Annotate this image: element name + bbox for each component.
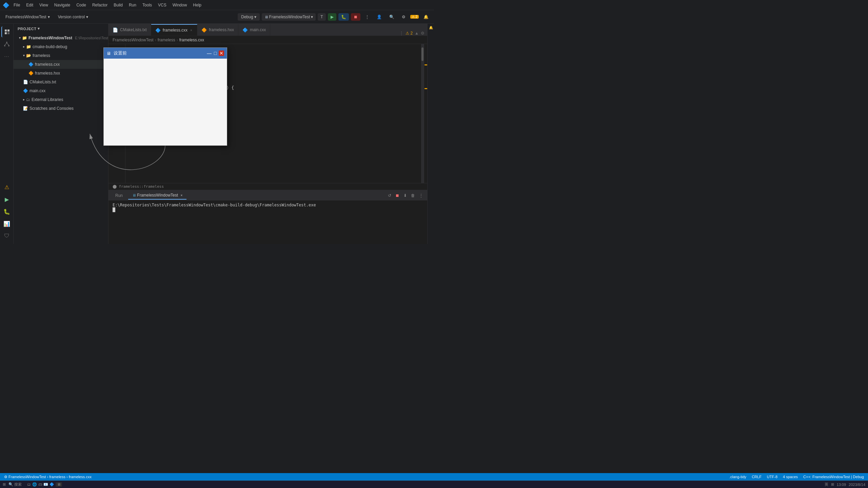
debug-config-selector[interactable]: Debug ▾: [238, 13, 259, 21]
activity-debug-icon[interactable]: 🐛: [1, 206, 12, 217]
activity-structure-icon[interactable]: [1, 39, 12, 49]
tab-frameless-cxx[interactable]: 🔷 frameless.cxx ×: [151, 24, 197, 36]
menu-tools[interactable]: Tools: [140, 2, 155, 8]
tree-scratches[interactable]: 📝 Scratches and Consoles: [14, 104, 108, 113]
scratch-icon: 📝: [23, 105, 28, 112]
tab-more-icon[interactable]: ⋮: [399, 31, 403, 36]
tree-main-cxx-label: main.cxx: [29, 87, 45, 95]
file-icon-cxx: 🔷: [28, 61, 34, 68]
tree-frameless-hxx-label: frameless.hxx: [35, 69, 60, 77]
menu-build[interactable]: Build: [111, 2, 125, 8]
close-tab-frameless-cxx[interactable]: ×: [190, 28, 193, 33]
tree-frameless-cxx[interactable]: 🔷 frameless.cxx: [14, 60, 108, 69]
bc-folder[interactable]: frameless: [158, 38, 175, 42]
activity-problems-icon[interactable]: ⚠: [1, 182, 12, 192]
terminal-command: E:\Repositories\Tests\FramelessWindowTes…: [113, 203, 316, 207]
file-icon-main: 🔷: [23, 87, 28, 95]
activity-profile-icon[interactable]: 📊: [1, 218, 12, 229]
terminal-tabs: Run 🖥 FramelessWindowTest × ↺ ⏹ ⬇ 🗑 ⋮: [108, 190, 427, 201]
tab-cmakelists[interactable]: 📄 CMakeLists.txt: [108, 24, 151, 36]
format-button[interactable]: T: [318, 13, 326, 21]
menu-navigate[interactable]: Navigate: [52, 2, 73, 8]
function-indicator: ⬤ frameless::frameless: [108, 183, 427, 190]
scroll-end-button[interactable]: ⬇: [402, 192, 408, 199]
close-terminal-tab[interactable]: ×: [180, 194, 182, 197]
notifications-button[interactable]: 🔔: [421, 13, 431, 21]
run-config-icon: 🖥: [264, 15, 268, 19]
search-button[interactable]: 🔍: [387, 13, 397, 21]
right-sidebar: 🔔: [427, 24, 434, 244]
notifications-icon[interactable]: ⚠ 2: [406, 31, 413, 36]
settings-tab-icon[interactable]: ⚙: [421, 31, 425, 36]
menu-file[interactable]: File: [11, 2, 23, 8]
activity-bottom: ⚠ ▶ 🐛 📊 🛡: [1, 182, 12, 244]
tree-root-path: E:\Repositories\Tests\Fra: [75, 34, 108, 42]
run-config-selector[interactable]: 🖥 FramelessWindowTest ▾: [262, 13, 316, 21]
floating-window-controls: — □ ✕: [206, 50, 224, 56]
terminal-command-line: E:\Repositories\Tests\FramelessWindowTes…: [113, 203, 423, 207]
editor-scrollbar[interactable]: [421, 44, 424, 183]
menu-edit[interactable]: Edit: [23, 2, 36, 8]
menu-help[interactable]: Help: [190, 2, 204, 8]
svg-rect-0: [5, 29, 7, 32]
tree-root[interactable]: ▾ 📁 FramelessWindowTest E:\Repositories\…: [14, 34, 108, 42]
project-selector[interactable]: FramelessWindowTest ▾: [3, 13, 53, 21]
tab-bar-actions: ⋮ ⚠ 2 ▲ ⚙: [399, 31, 427, 36]
tab-frameless-cxx-label: frameless.cxx: [163, 28, 188, 33]
warning-mark-1: [425, 64, 427, 65]
restart-button[interactable]: ↺: [387, 192, 393, 199]
tab-run[interactable]: Run: [111, 192, 127, 199]
version-control-label: Version control: [58, 15, 85, 19]
collapse-icon[interactable]: ▲: [415, 31, 419, 36]
tree-frameless-folder[interactable]: ▾ 📂 frameless: [14, 51, 108, 60]
right-bar-notifications-icon[interactable]: 🔔: [428, 25, 434, 30]
version-control-selector[interactable]: Version control ▾: [55, 13, 91, 21]
tab-main-cxx[interactable]: 🔷 main.cxx: [238, 24, 270, 36]
svg-point-5: [4, 45, 5, 46]
terminal-content: E:\Repositories\Tests\FramelessWindowTes…: [108, 201, 427, 244]
tab-framelesswindowtest[interactable]: 🖥 FramelessWindowTest ×: [128, 191, 186, 200]
chevron-down-icon-vc: ▾: [86, 15, 88, 19]
activity-run-icon[interactable]: ▶: [1, 194, 12, 205]
menu-refactor[interactable]: Refactor: [90, 2, 110, 8]
chevron-down-icon-debug: ▾: [254, 15, 256, 19]
settings-button[interactable]: ⚙: [399, 13, 408, 21]
clear-terminal-button[interactable]: 🗑: [410, 192, 416, 199]
stop-terminal-button[interactable]: ⏹: [394, 192, 401, 199]
stop-button[interactable]: ⏹: [351, 13, 360, 21]
frameless-tab-label: FramelessWindowTest: [137, 193, 178, 198]
tree-cmakelists[interactable]: 📄 CMakeLists.txt: [14, 78, 108, 86]
floating-window-content: [104, 59, 227, 145]
tabs-bar: 📄 CMakeLists.txt 🔷 frameless.cxx × 🔶 fra…: [108, 24, 427, 36]
debug-button[interactable]: 🐛: [338, 13, 349, 21]
tree-main-cxx[interactable]: 🔷 main.cxx: [14, 86, 108, 95]
menu-view[interactable]: View: [37, 2, 51, 8]
tree-external-libs[interactable]: ▸ 🗂 External Libraries: [14, 95, 108, 104]
menu-vcs[interactable]: VCS: [155, 2, 169, 8]
chevron-down-icon-sidebar: ▾: [38, 26, 40, 31]
more-terminal-button[interactable]: ⋮: [418, 192, 425, 199]
tab-frameless-hxx[interactable]: 🔶 frameless.hxx: [197, 24, 238, 36]
hxx-file-icon: 🔶: [201, 27, 207, 33]
svg-rect-2: [7, 29, 9, 32]
tree-cmake-build[interactable]: ▸ 📁 cmake-build-debug: [14, 42, 108, 51]
float-minimize-button[interactable]: —: [206, 50, 212, 56]
menu-run[interactable]: Run: [126, 2, 139, 8]
more-actions-button[interactable]: ⋮: [362, 13, 372, 21]
tree-frameless-hxx[interactable]: 🔶 frameless.hxx: [14, 69, 108, 78]
bc-file[interactable]: frameless.cxx: [179, 38, 204, 42]
activity-more-icon[interactable]: ···: [1, 51, 12, 62]
menu-bar: File Edit View Navigate Code Refactor Bu…: [11, 2, 204, 8]
float-close-button[interactable]: ✕: [219, 50, 224, 56]
svg-point-4: [6, 42, 7, 43]
activity-bar: ··· ⚠ ▶ 🐛 📊 🛡: [0, 24, 14, 244]
bc-project[interactable]: FramelessWindowTest: [113, 38, 154, 42]
activity-coverage-icon[interactable]: 🛡: [1, 230, 12, 241]
activity-project-icon[interactable]: [1, 26, 12, 37]
float-maximize-button[interactable]: □: [213, 50, 218, 56]
menu-code[interactable]: Code: [74, 2, 89, 8]
menu-window[interactable]: Window: [170, 2, 190, 8]
run-button[interactable]: ▶: [328, 13, 336, 21]
run-config-label: FramelessWindowTest: [269, 15, 310, 19]
user-icon-button[interactable]: 👤: [374, 13, 384, 21]
